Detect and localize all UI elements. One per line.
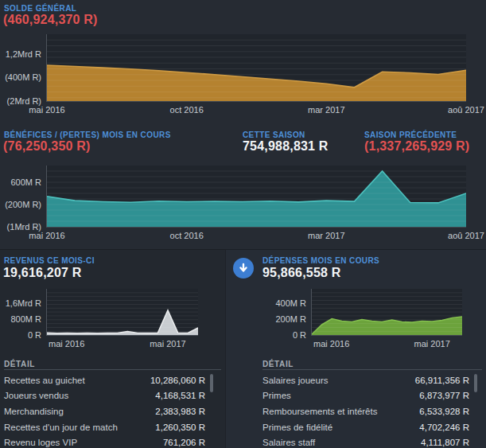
row-label: Salaires staff — [262, 438, 315, 447]
detail-right-rule — [262, 369, 482, 370]
revenus-value: 19,616,207 R — [3, 266, 81, 280]
benefices-label: BÉNÉFICES / (PERTES) MOIS EN COURS — [4, 131, 171, 139]
solde-general-chart: 1,2Mrd R(400M R)(2Mrd R)mai 2016oct 2016… — [46, 34, 466, 102]
row-label: Revenu loges VIP — [4, 438, 77, 447]
detail-left-rule — [4, 369, 221, 370]
table-row: Salaires joueurs66,911,356 R — [262, 372, 469, 388]
table-row: Primes6,873,977 R — [262, 388, 469, 404]
table-row: Recettes d'un jour de match1,260,350 R — [4, 419, 205, 435]
x-tick-label: oct 2016 — [170, 105, 204, 115]
row-label: Recettes d'un jour de match — [4, 423, 118, 432]
row-value: 2,383,983 R — [155, 407, 205, 416]
table-row: Recettes au guichet10,286,060 R — [4, 372, 205, 388]
x-tick-label: mar 2017 — [308, 231, 344, 240]
row-value: 6,873,977 R — [419, 391, 469, 400]
benefices-pertes-area — [47, 166, 466, 227]
y-tick-label: 0 R — [0, 330, 41, 340]
cette-saison-label: CETTE SAISON — [243, 131, 305, 139]
table-row: Remboursements et intérêts6,533,928 R — [262, 403, 469, 419]
y-tick-label: 400M R — [243, 298, 306, 308]
detail-left-table: Recettes au guichet10,286,060 RJoueurs v… — [4, 372, 205, 448]
row-label: Joueurs vendus — [4, 391, 68, 400]
x-tick-label: aoû 2017 — [448, 231, 484, 240]
depenses-area — [312, 289, 462, 335]
x-tick-label: mai 2016 — [313, 339, 349, 349]
y-tick-label: (200M R) — [0, 200, 41, 209]
benefices-chart: 600M R(200M R)(1Mrd R)mai 2016oct 2016ma… — [46, 166, 466, 228]
y-tick-label: (400M R) — [0, 72, 41, 82]
y-tick-label: 1,2Mrd R — [0, 49, 41, 59]
y-tick-label: 600M R — [0, 177, 41, 187]
x-tick-label: mai 2017 — [414, 339, 450, 349]
depenses-label: DÉPENSES MOIS EN COURS — [262, 256, 379, 265]
y-tick-label: (2Mrd R) — [0, 96, 41, 106]
finances-screen: SOLDE GÉNÉRAL (460,924,370 R) 1,2Mrd R(4… — [0, 0, 486, 448]
saison-precedente-value: (1,337,265,929 R) — [364, 139, 469, 154]
row-label: Salaires joueurs — [262, 376, 328, 385]
row-value: 4,111,807 R — [421, 438, 469, 447]
saison-precedente-label: SAISON PRÉCÉDENTE — [364, 131, 457, 139]
y-tick-label: 1,6Mrd R — [0, 298, 41, 308]
table-row: Merchandising2,383,983 R — [4, 403, 205, 419]
y-tick-label: 200M R — [243, 314, 306, 324]
x-tick-label: mar 2017 — [308, 105, 344, 115]
row-value: 4,168,531 R — [155, 391, 205, 400]
cette-saison-value: 754,988,831 R — [243, 139, 329, 154]
table-row: Primes de fidélité4,702,246 R — [262, 419, 469, 435]
detail-left-scrollbar[interactable] — [210, 374, 213, 392]
row-label: Primes — [262, 391, 291, 400]
arrow-down-circle-icon — [233, 258, 254, 279]
table-row: Salaires staff4,111,807 R — [262, 434, 469, 448]
row-label: Recettes au guichet — [4, 376, 85, 385]
table-row: Revenu loges VIP761,206 R — [4, 434, 205, 448]
detail-right-table: Salaires joueurs66,911,356 RPrimes6,873,… — [262, 372, 469, 448]
row-label: Remboursements et intérêts — [262, 407, 377, 416]
detail-left-header: DÉTAIL — [4, 360, 35, 368]
y-tick-label: (1Mrd R) — [0, 222, 41, 232]
row-label: Merchandising — [4, 407, 64, 416]
arrow-down-glyph — [238, 263, 249, 274]
x-tick-label: aoû 2017 — [448, 105, 484, 115]
row-value: 1,260,350 R — [155, 423, 205, 432]
solde-general-area — [47, 34, 466, 101]
revenus-label: REVENUS CE MOIS-CI — [4, 256, 95, 265]
x-tick-label: mai 2017 — [150, 339, 185, 349]
row-value: 10,286,060 R — [150, 376, 205, 385]
x-tick-label: mai 2016 — [29, 231, 64, 240]
y-tick-label: 0 R — [243, 330, 306, 340]
detail-right-header: DÉTAIL — [262, 360, 294, 368]
revenus-chart: 1,6Mrd R800M R0 Rmai 2016mai 2017 — [46, 289, 198, 336]
solde-general-value: (460,924,370 R) — [3, 13, 98, 27]
solde-general-label: SOLDE GÉNÉRAL — [4, 4, 76, 13]
row-value: 6,533,928 R — [419, 407, 469, 416]
benefices-value: (76,250,350 R) — [3, 139, 91, 154]
row-value: 66,911,356 R — [415, 376, 469, 385]
y-tick-label: 800M R — [0, 314, 41, 324]
revenus-area — [47, 289, 198, 335]
table-row: Joueurs vendus4,168,531 R — [4, 388, 205, 404]
row-value: 4,702,246 R — [419, 423, 469, 432]
row-label: Primes de fidélité — [262, 423, 332, 432]
detail-right-scrollbar[interactable] — [474, 374, 477, 392]
x-tick-label: oct 2016 — [170, 231, 204, 240]
x-tick-label: mai 2016 — [29, 105, 64, 115]
x-tick-label: mai 2016 — [49, 339, 84, 349]
depenses-value: 95,866,558 R — [262, 266, 340, 280]
row-value: 761,206 R — [163, 438, 205, 447]
depenses-chart: 400M R200M R0 Rmai 2016mai 2017 — [311, 289, 462, 336]
